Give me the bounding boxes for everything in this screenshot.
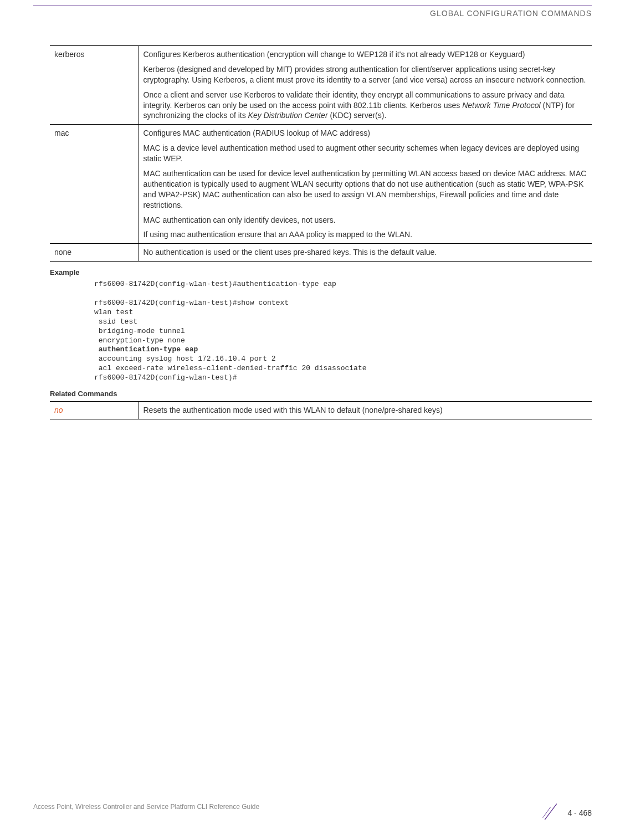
footer-slash-icon	[541, 802, 561, 823]
related-command-description: Resets the authentication mode used with…	[139, 402, 592, 419]
footer-text: Access Point, Wireless Controller and Se…	[33, 803, 259, 811]
svg-line-1	[543, 807, 551, 818]
related-command-name: no	[50, 402, 139, 419]
parameters-table: kerberosConfigures Kerberos authenticati…	[50, 45, 592, 262]
param-description: No authentication is used or the client …	[139, 244, 592, 262]
page-header: GLOBAL CONFIGURATION COMMANDS	[33, 9, 592, 18]
page-footer: Access Point, Wireless Controller and Se…	[0, 802, 625, 823]
page-number: 4 - 468	[567, 808, 592, 817]
related-label: Related Commands	[50, 390, 592, 398]
related-commands-table: noResets the authentication mode used wi…	[50, 401, 592, 419]
param-name: none	[50, 244, 139, 262]
svg-line-0	[545, 804, 557, 820]
header-rule	[33, 6, 592, 6]
param-description: Configures Kerberos authentication (encr…	[139, 46, 592, 125]
example-label: Example	[50, 268, 592, 276]
param-description: Configures MAC authentication (RADIUS lo…	[139, 125, 592, 244]
param-name: kerberos	[50, 46, 139, 125]
param-name: mac	[50, 125, 139, 244]
example-code: rfs6000-81742D(config-wlan-test)#authent…	[94, 280, 592, 383]
